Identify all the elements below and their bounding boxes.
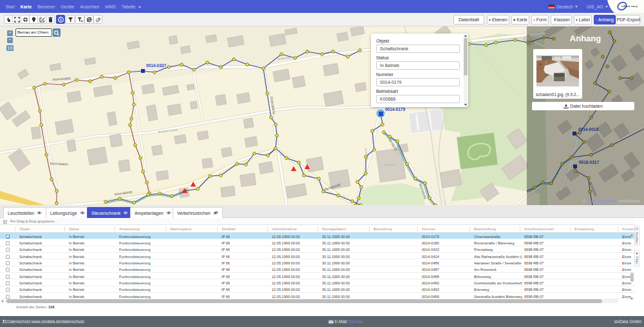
svg-text:ixData easy: ixData easy — [621, 5, 638, 8]
svg-text:Werkraum: Werkraum — [384, 164, 395, 166]
svg-text:0014-0337: 0014-0337 — [146, 63, 166, 68]
svg-text:0014-0179: 0014-0179 — [385, 107, 405, 112]
